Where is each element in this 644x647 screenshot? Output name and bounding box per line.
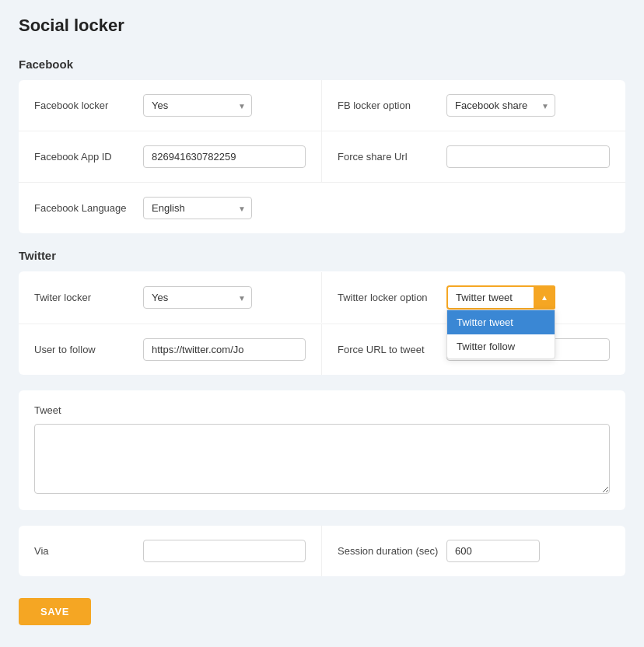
facebook-row-3: Facebook Language English Spanish French…	[19, 183, 625, 233]
twitter-locker-select-wrapper: Yes No ▼	[143, 286, 252, 309]
twitter-locker-option-input-wrapper: Twitter tweet ▲ Twitter tweet Twitter fo…	[446, 285, 610, 310]
facebook-app-id-label: Facebook App ID	[34, 151, 143, 163]
save-button[interactable]: SAVE	[19, 598, 91, 625]
twitter-locker-cell: Twiter locker Yes No ▼	[19, 272, 322, 323]
tweet-section: Tweet	[19, 390, 625, 510]
session-duration-field[interactable]	[446, 540, 540, 562]
bottom-card: Via Session duration (sec)	[19, 526, 625, 576]
force-share-url-field[interactable]	[446, 145, 610, 168]
user-to-follow-cell: User to follow	[19, 324, 322, 375]
user-to-follow-field[interactable]	[143, 338, 306, 361]
user-to-follow-input-wrapper	[143, 338, 306, 361]
twitter-locker-option-label: Twitter locker option	[338, 292, 446, 303]
dropdown-item-twitter-tweet[interactable]: Twitter tweet	[447, 310, 555, 334]
facebook-row-2: Facebook App ID Force share Url	[19, 131, 625, 183]
facebook-locker-select[interactable]: Yes No	[143, 94, 252, 117]
via-label: Via	[34, 545, 143, 557]
facebook-locker-select-wrapper: Yes No ▼	[143, 94, 252, 117]
twitter-locker-select[interactable]: Yes No	[143, 286, 252, 309]
facebook-language-select-wrapper: English Spanish French ▼	[143, 197, 252, 219]
facebook-app-id-field[interactable]	[143, 145, 306, 168]
session-duration-cell: Session duration (sec)	[322, 526, 625, 576]
tweet-label: Tweet	[34, 404, 610, 416]
page-title: Social locker	[19, 16, 625, 36]
fb-locker-option-label: FB locker option	[338, 100, 446, 111]
twitter-locker-option-menu: Twitter tweet Twitter follow	[446, 310, 555, 359]
fb-locker-option-select[interactable]: Facebook share Facebook like	[446, 94, 555, 117]
twitter-card: Twiter locker Yes No ▼ Twitter locker op…	[19, 271, 625, 375]
twitter-locker-option-cell: Twitter locker option Twitter tweet ▲ Tw…	[322, 271, 625, 324]
fb-locker-option-cell: FB locker option Facebook share Facebook…	[322, 80, 625, 131]
dropdown-item-twitter-follow[interactable]: Twitter follow	[447, 334, 555, 358]
fb-locker-option-select-wrapper: Facebook share Facebook like ▼	[446, 94, 555, 117]
fb-locker-option-input-wrapper: Facebook share Facebook like ▼	[446, 94, 610, 117]
twitter-locker-input-wrapper: Yes No ▼	[143, 286, 306, 309]
twitter-locker-option-value: Twitter tweet	[456, 292, 513, 303]
facebook-locker-label: Facebook locker	[34, 100, 143, 111]
facebook-section-title: Facebook	[19, 58, 625, 71]
session-duration-input-wrapper	[446, 540, 610, 562]
facebook-app-id-input-wrapper	[143, 145, 306, 168]
twitter-locker-option-dropdown: Twitter tweet ▲ Twitter tweet Twitter fo…	[446, 285, 555, 310]
via-cell: Via	[19, 526, 322, 576]
facebook-locker-input-wrapper: Yes No ▼	[143, 94, 306, 117]
facebook-locker-cell: Facebook locker Yes No ▼	[19, 80, 322, 131]
facebook-language-label: Facebook Language	[34, 202, 143, 214]
twitter-locker-option-arrow-btn[interactable]: ▲	[534, 285, 555, 310]
tweet-textarea[interactable]	[34, 424, 610, 494]
via-field[interactable]	[143, 540, 306, 562]
bottom-row: Via Session duration (sec)	[19, 526, 625, 576]
facebook-card: Facebook locker Yes No ▼ FB locker optio…	[19, 80, 625, 233]
force-url-tweet-label: Force URL to tweet	[338, 344, 446, 355]
twitter-section-title: Twitter	[19, 249, 625, 262]
twitter-row-1: Twiter locker Yes No ▼ Twitter locker op…	[19, 271, 625, 324]
session-duration-label: Session duration (sec)	[338, 545, 446, 557]
facebook-language-select[interactable]: English Spanish French	[143, 197, 252, 219]
force-share-url-input-wrapper	[446, 145, 610, 168]
user-to-follow-label: User to follow	[34, 344, 143, 355]
facebook-language-input-wrapper: English Spanish French ▼	[143, 197, 610, 219]
facebook-row-1: Facebook locker Yes No ▼ FB locker optio…	[19, 80, 625, 131]
force-share-url-cell: Force share Url	[322, 131, 625, 182]
force-share-url-label: Force share Url	[338, 151, 446, 163]
twitter-locker-label: Twiter locker	[34, 292, 143, 303]
facebook-app-id-cell: Facebook App ID	[19, 131, 322, 182]
via-input-wrapper	[143, 540, 306, 562]
